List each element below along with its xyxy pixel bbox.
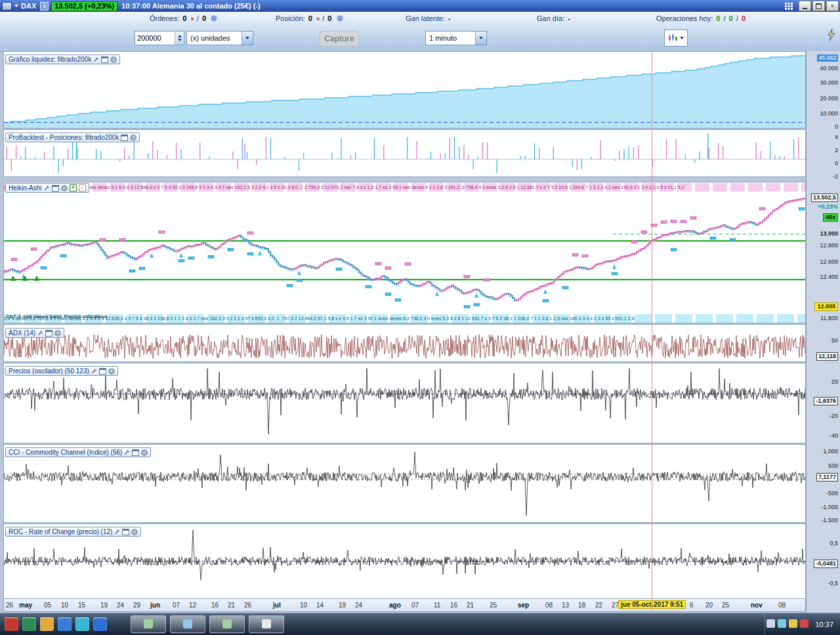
wrench-icon[interactable]: [37, 330, 43, 336]
separator: /: [197, 14, 199, 22]
timeframe-select-value: 1 minuto: [426, 34, 475, 42]
taskbar-app-green[interactable]: [22, 617, 36, 631]
close-icon[interactable]: ×: [110, 56, 117, 63]
quantity-spin-buttons[interactable]: [175, 31, 184, 45]
taskbar-window-4[interactable]: [249, 615, 284, 633]
window-icon[interactable]: [121, 134, 128, 141]
timeframe-dropdown-icon[interactable]: [475, 31, 486, 45]
system-tray: 10:37: [765, 613, 840, 635]
orders-settings-gear-icon[interactable]: [211, 15, 217, 22]
x-axis-tick: ago: [389, 602, 401, 609]
panel-tab-backtest[interactable]: ProBacktest - Posiciones: filtrado200k ×: [5, 133, 140, 142]
taskbar-folder[interactable]: [40, 617, 54, 631]
close-icon[interactable]: ×: [141, 449, 148, 456]
tray-icon-4[interactable]: [800, 619, 808, 628]
panel-title: Gráfico liquidez: filtrado200k: [9, 56, 91, 63]
x-axis-tick: 10: [300, 602, 307, 609]
add-indicator-icon[interactable]: +: [70, 184, 77, 192]
panel-backtest-positions: ProBacktest - Posiciones: filtrado200k ×: [3, 129, 806, 177]
close-position-icon[interactable]: ×: [316, 16, 320, 22]
taskbar-windows: [129, 615, 286, 633]
position-settings-gear-icon[interactable]: [337, 15, 343, 22]
chart-type-button[interactable]: [664, 30, 688, 47]
price-scale-label: 45.662: [817, 54, 838, 62]
quantity-input[interactable]: [135, 31, 175, 45]
orders-status: Órdenes: 0 × / 0: [150, 14, 217, 22]
taskbar-app-red[interactable]: [5, 617, 18, 631]
adx-plot[interactable]: [4, 325, 805, 361]
price-scale-label: 20.000: [820, 95, 838, 102]
panel-tab-price-oscillator[interactable]: Precios (oscilador) (50 123) ×: [5, 366, 118, 376]
close-icon[interactable]: ×: [130, 134, 136, 141]
close-icon[interactable]: ×: [131, 529, 138, 535]
trade-annotation-strip-bottom: 2,4 4 denes 6,8 750,6 4 0 enes denes 5,1…: [4, 314, 805, 323]
x-axis-tick: 20: [705, 602, 713, 609]
taskbar-browser[interactable]: [93, 617, 107, 631]
price-scale-label: 40.000: [820, 65, 838, 72]
close-icon[interactable]: ×: [54, 330, 61, 337]
quantity-stepper[interactable]: [135, 31, 184, 45]
tray-icon-1[interactable]: [766, 619, 775, 628]
panel-tab-cci[interactable]: CCI - Commodity Channel (índice) (56) ×: [5, 447, 151, 457]
taskbar-app-teal[interactable]: [75, 617, 89, 631]
wrench-icon[interactable]: [93, 56, 99, 62]
lightning-icon[interactable]: [827, 29, 836, 41]
x-axis-tick: 11: [434, 602, 440, 609]
panel-tab-heikin-ashi[interactable]: Heikin-Ashi × + ↑: [5, 183, 89, 193]
tray-icon-3[interactable]: [789, 619, 797, 628]
spin-up-icon[interactable]: [178, 35, 182, 37]
close-icon[interactable]: ×: [61, 185, 68, 192]
session-info: 10:37:00 Alemania 30 al contado (25€) (-…: [121, 2, 261, 10]
window-icon[interactable]: [132, 449, 139, 456]
liquidity-plot[interactable]: [4, 52, 805, 128]
panel-tab-roc[interactable]: ROC - Rate of Change (precio) (12) ×: [5, 527, 141, 537]
instrument-dropdown-icon[interactable]: [14, 5, 18, 7]
position-value: 0: [308, 14, 312, 22]
os-taskbar: 10:37: [0, 613, 840, 635]
orders-label: Órdenes:: [150, 14, 179, 22]
tray-icon-2[interactable]: [778, 619, 786, 628]
close-icon[interactable]: ×: [108, 368, 115, 375]
keypad-icon[interactable]: [784, 2, 793, 10]
panel-tab-adx[interactable]: ADX (14) ×: [5, 328, 64, 338]
timeframe-select[interactable]: 1 minuto: [425, 31, 487, 45]
panel-title: ProBacktest - Posiciones: filtrado200k: [9, 134, 119, 141]
taskbar-window-1[interactable]: [131, 615, 166, 633]
price-scale[interactable]: 45.66240.00030.00020.00010.0000420-213.5…: [806, 51, 840, 612]
units-dropdown-icon[interactable]: [242, 31, 253, 45]
wrench-icon[interactable]: [124, 449, 130, 455]
wrench-icon[interactable]: [91, 368, 97, 374]
taskbar-app-blue[interactable]: [58, 617, 72, 631]
taskbar-window-2[interactable]: [170, 615, 205, 633]
capture-overlay-button[interactable]: Capture: [320, 31, 359, 47]
instrument-name[interactable]: DAX: [21, 2, 36, 10]
taskbar-window-3[interactable]: [209, 615, 245, 633]
time-axis[interactable]: 26may051015192429jun0712162126jul1014192…: [3, 599, 806, 612]
window-icon[interactable]: [122, 529, 129, 535]
price-scale-label: 12,118: [816, 352, 838, 361]
panel-tab-liquidity[interactable]: Gráfico liquidez: filtrado200k ×: [5, 54, 120, 64]
price-oscillator-plot[interactable]: [4, 363, 805, 443]
wrench-icon[interactable]: [114, 529, 120, 535]
close-button[interactable]: ×: [826, 1, 839, 11]
separator: /: [736, 14, 738, 22]
panel-heikin-ashi: nes nes 1 1 s 1 1,4 3 348,6 ,8 760,6 4 0…: [3, 182, 806, 323]
spin-down-icon[interactable]: [178, 39, 182, 41]
window-icon[interactable]: [99, 368, 106, 375]
minimize-button[interactable]: [799, 1, 811, 11]
wrench-icon[interactable]: [44, 185, 50, 191]
maximize-button[interactable]: [812, 1, 825, 11]
x-axis-tick: 07: [411, 602, 419, 609]
price-scale-label: 0: [835, 123, 838, 131]
window-icon[interactable]: [52, 185, 59, 192]
units-select[interactable]: (x) unidades: [186, 31, 253, 45]
cancel-orders-icon[interactable]: ×: [191, 16, 194, 22]
info-icon[interactable]: i: [40, 2, 49, 10]
heikin-ashi-plot[interactable]: [4, 192, 805, 314]
panel-adx: ADX (14) ×: [3, 324, 806, 362]
window-icon[interactable]: [101, 56, 108, 63]
price-scale-label: 0,5: [830, 540, 838, 547]
buy-arrow-icon[interactable]: ↑: [79, 184, 86, 192]
taskbar-clock[interactable]: 10:37: [815, 621, 833, 628]
window-icon[interactable]: [45, 330, 52, 337]
